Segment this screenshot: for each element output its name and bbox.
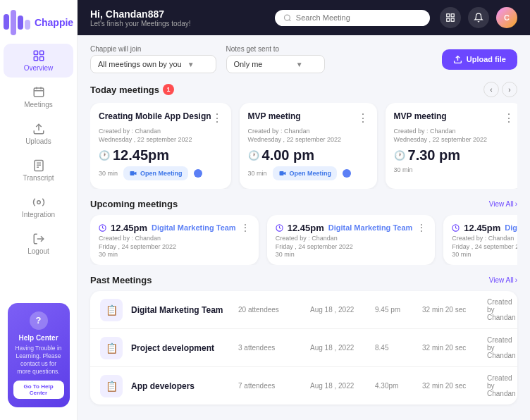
past-attendees-1: 3 attendees <box>238 344 302 352</box>
logout-icon <box>32 233 45 245</box>
meeting-more-1[interactable]: ⋮ <box>357 111 369 125</box>
join-label: Chappie will join <box>90 45 216 53</box>
meet-icon-0 <box>129 169 137 178</box>
next-arrow[interactable]: › <box>502 82 517 97</box>
meeting-more-2[interactable]: ⋮ <box>503 111 514 125</box>
go-to-help-button[interactable]: Go To Help Center <box>13 381 64 399</box>
search-bar[interactable] <box>275 10 430 26</box>
upcoming-name-0: Digital Marketing Team <box>152 223 236 232</box>
svg-rect-5 <box>39 51 43 54</box>
sidebar-label-meetings: Meetings <box>24 101 53 109</box>
search-icon <box>283 13 292 23</box>
past-date-0: Aug 18 , 2022 <box>310 306 366 314</box>
open-meeting-button-1[interactable]: Open Meeting <box>273 166 338 180</box>
upcoming-date-0: Friday , 24 september 2022 <box>99 243 250 250</box>
upcoming-card-0: 12.45pm Digital Marketing Team ⋮ Created… <box>90 215 259 265</box>
meetings-icon <box>32 86 45 99</box>
top-controls: Chappie will join All meetings own by yo… <box>90 45 517 73</box>
upcoming-view-all[interactable]: View All › <box>489 200 517 208</box>
upcoming-date-1: Friday , 24 september 2022 <box>276 243 427 250</box>
svg-line-20 <box>289 19 290 20</box>
upcoming-name-2: Digital Marketing Team <box>505 223 517 232</box>
upcoming-card-2: 12.45pm Digital Marketing Team ⋮ Created… <box>443 215 517 265</box>
help-desc: Having Trouble in Learning. Please conta… <box>13 345 64 376</box>
past-time-0: 9.45 pm <box>375 306 414 314</box>
logo-text: Chappie <box>35 17 73 28</box>
prev-arrow[interactable]: ‹ <box>483 82 499 97</box>
open-meeting-label-0: Open Meeting <box>140 170 183 177</box>
chappie-join-group: Chappie will join All meetings own by yo… <box>90 45 216 73</box>
meeting-title-1: MVP meeting <box>248 111 357 123</box>
past-row-1: 📋 Project development 3 attendees Aug 18… <box>90 329 517 367</box>
main-area: Hi, Chandan887 Let's finish your Meeting… <box>78 0 530 420</box>
sidebar-label-transcript: Transcript <box>23 174 54 182</box>
upcoming-clock-2 <box>452 224 460 232</box>
meeting-time-0: 12.45pm <box>113 147 169 163</box>
sidebar-label-uploads: Uploads <box>25 137 51 145</box>
today-meeting-card-1: MVP meeting ⋮ Created by : Chandan Wedne… <box>240 103 377 189</box>
meet-icon-1 <box>278 169 287 178</box>
upcoming-time-2: 12.45pm <box>464 223 500 233</box>
today-badge: 1 <box>163 84 174 95</box>
upcoming-more-1[interactable]: ⋮ <box>417 222 426 233</box>
header-greeting: Hi, Chandan887 Let's finish your Meeting… <box>90 8 265 27</box>
svg-rect-1 <box>11 10 16 35</box>
greeting-sub: Let's finish your Meetings today! <box>90 20 265 27</box>
search-input[interactable] <box>296 13 421 22</box>
sidebar-item-logout[interactable]: Logout <box>4 227 73 261</box>
upcoming-name-1: Digital Marketing Team <box>328 223 413 232</box>
meeting-title-2: MVP meeting <box>394 111 503 123</box>
sidebar-item-integration[interactable]: Integration <box>4 190 73 224</box>
upcoming-created-2: Created by : Chandan <box>452 235 517 242</box>
meeting-more-0[interactable]: ⋮ <box>211 111 223 125</box>
upload-file-button[interactable]: Upload file <box>442 49 517 70</box>
upcoming-created-0: Created by : Chandan <box>99 235 250 242</box>
join-dot-0[interactable] <box>194 169 202 178</box>
sidebar-item-transcript[interactable]: Transcript <box>4 154 73 187</box>
upcoming-duration-1: 30 min <box>276 251 427 258</box>
upcoming-meetings-list: 12.45pm Digital Marketing Team ⋮ Created… <box>90 215 517 265</box>
past-duration-1: 32 min 20 sec <box>422 344 479 352</box>
past-created-2: Created by Chandan <box>487 374 516 397</box>
clock-icon-1: 🕐 <box>248 150 259 161</box>
upcoming-duration-2: 30 min <box>452 251 517 258</box>
sidebar-item-uploads[interactable]: Uploads <box>4 117 73 151</box>
sidebar-label-integration: Integration <box>22 211 55 218</box>
sidebar-item-meetings[interactable]: Meetings <box>4 80 73 114</box>
avatar[interactable]: C <box>496 7 517 28</box>
past-created-1: Created by Chandan <box>487 336 516 359</box>
integration-icon <box>32 196 45 209</box>
past-name-2: App developers <box>131 381 230 391</box>
upcoming-clock-0 <box>99 224 106 232</box>
notification-button[interactable] <box>468 7 489 28</box>
join-dropdown[interactable]: All meetings own by you ▼ <box>90 55 216 73</box>
upcoming-created-1: Created by : Chandan <box>276 235 427 242</box>
duration-1: 30 min <box>248 170 267 177</box>
join-value: All meetings own by you <box>98 60 182 68</box>
help-card: ? Help Center Having Trouble in Learning… <box>8 303 70 407</box>
meeting-date-2: Wednesday , 22 september 2022 <box>394 136 514 143</box>
past-name-1: Project development <box>131 343 230 353</box>
past-duration-0: 32 min 20 sec <box>422 306 479 314</box>
svg-rect-21 <box>447 14 450 17</box>
svg-rect-8 <box>34 88 44 97</box>
help-title: Help Center <box>13 334 64 342</box>
notes-label: Notes get sent to <box>226 45 325 53</box>
notes-group: Notes get sent to Only me ▼ <box>226 45 325 73</box>
join-dot-1[interactable] <box>343 169 351 178</box>
svg-rect-4 <box>34 51 37 54</box>
greeting-text: Hi, Chandan887 <box>90 8 265 20</box>
open-meeting-button-0[interactable]: Open Meeting <box>123 166 188 180</box>
past-icon-2: 📋 <box>100 375 123 397</box>
today-meetings-list: Creating Mobile App Design ⋮ Created by … <box>90 103 517 189</box>
clock-icon-2: 🕐 <box>394 150 405 161</box>
today-meeting-card-0: Creating Mobile App Design ⋮ Created by … <box>90 103 231 189</box>
past-view-all[interactable]: View All › <box>489 276 517 284</box>
content-area: Chappie will join All meetings own by yo… <box>78 35 530 420</box>
svg-point-19 <box>284 15 290 20</box>
notes-dropdown[interactable]: Only me ▼ <box>226 55 325 73</box>
grid-button[interactable] <box>440 7 461 28</box>
sidebar-item-overview[interactable]: Overview <box>4 44 73 78</box>
upcoming-more-0[interactable]: ⋮ <box>240 222 250 233</box>
upcoming-card-1: 12.45pm Digital Marketing Team ⋮ Created… <box>267 215 436 265</box>
